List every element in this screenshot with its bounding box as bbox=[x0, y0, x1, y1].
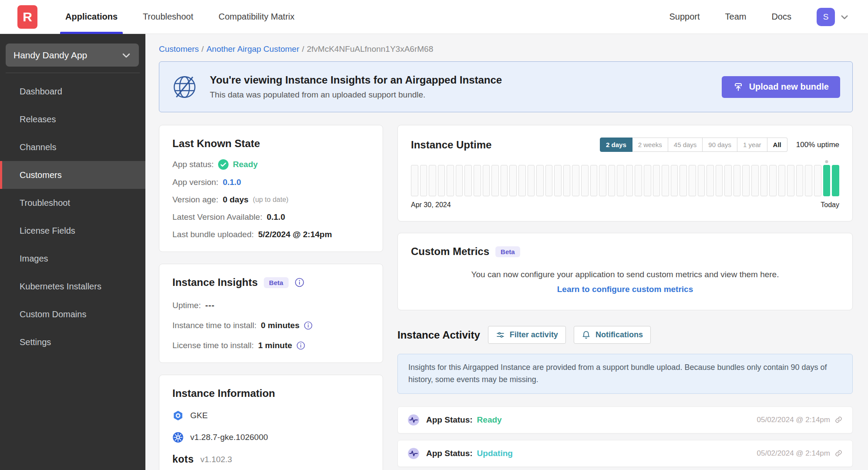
uptime-bar-empty[interactable] bbox=[483, 165, 490, 196]
replicated-logo[interactable]: R bbox=[17, 5, 37, 29]
uptime-bar-empty[interactable] bbox=[528, 165, 535, 196]
permalink-icon[interactable] bbox=[834, 449, 843, 457]
avatar[interactable]: S bbox=[817, 8, 835, 26]
sidebar-item-settings[interactable]: Settings bbox=[0, 328, 145, 356]
uptime-row: Uptime: --- bbox=[172, 301, 370, 310]
uptime-range-45-days[interactable]: 45 days bbox=[668, 138, 703, 152]
nav-link-docs[interactable]: Docs bbox=[771, 12, 791, 22]
uptime-bar-empty[interactable] bbox=[671, 165, 678, 196]
uptime-bar-empty[interactable] bbox=[563, 165, 571, 196]
uptime-bar-empty[interactable] bbox=[545, 165, 553, 196]
uptime-bar-empty[interactable] bbox=[447, 165, 454, 196]
uptime-bar-empty[interactable] bbox=[626, 165, 633, 196]
uptime-range-90-days[interactable]: 90 days bbox=[703, 138, 737, 152]
uptime-bar-empty[interactable] bbox=[814, 165, 821, 196]
nav-link-team[interactable]: Team bbox=[725, 12, 747, 22]
account-menu[interactable]: S bbox=[817, 8, 849, 26]
instance-info-row: v1.28.7-gke.1026000 bbox=[172, 432, 370, 443]
uptime-bar-empty[interactable] bbox=[536, 165, 544, 196]
activity-row: App Status:Ready05/02/2024 @ 2:14pm bbox=[397, 406, 853, 433]
instance-uptime-card: Instance Uptime 2 days2 weeks45 days90 d… bbox=[397, 125, 853, 222]
uptime-bar-empty[interactable] bbox=[760, 165, 768, 196]
uptime-bar-empty[interactable] bbox=[724, 165, 732, 196]
bell-icon bbox=[582, 330, 591, 339]
sidebar-item-releases[interactable]: Releases bbox=[0, 105, 145, 133]
uptime-bar-up[interactable] bbox=[832, 165, 839, 196]
uptime-range-2-days[interactable]: 2 days bbox=[600, 138, 632, 152]
uptime-bar-empty[interactable] bbox=[438, 165, 445, 196]
app-selector-dropdown[interactable]: Handy Dandy App bbox=[6, 44, 139, 67]
uptime-bar-empty[interactable] bbox=[716, 165, 723, 196]
uptime-bar-empty[interactable] bbox=[787, 165, 794, 196]
uptime-bar-empty[interactable] bbox=[698, 165, 705, 196]
uptime-bar-up[interactable] bbox=[823, 165, 831, 196]
app-version-link[interactable]: 0.1.0 bbox=[223, 178, 241, 187]
notifications-button[interactable]: Notifications bbox=[574, 326, 651, 344]
uptime-bar-empty[interactable] bbox=[742, 165, 750, 196]
breadcrumb-link-another-airgap-customer[interactable]: Another Airgap Customer bbox=[206, 44, 299, 54]
uptime-bar-empty[interactable] bbox=[464, 165, 472, 196]
uptime-bar-empty[interactable] bbox=[456, 165, 463, 196]
uptime-bar-empty[interactable] bbox=[590, 165, 598, 196]
uptime-bar-empty[interactable] bbox=[429, 165, 436, 196]
uptime-bar-empty[interactable] bbox=[420, 165, 427, 196]
uptime-bar-empty[interactable] bbox=[608, 165, 616, 196]
uptime-bar-empty[interactable] bbox=[572, 165, 579, 196]
uptime-bar-empty[interactable] bbox=[518, 165, 526, 196]
uptime-bar-empty[interactable] bbox=[653, 165, 660, 196]
info-icon[interactable] bbox=[296, 341, 305, 350]
uptime-bar-empty[interactable] bbox=[805, 165, 812, 196]
upload-new-bundle-button[interactable]: Upload new bundle bbox=[722, 76, 840, 98]
uptime-bar-empty[interactable] bbox=[769, 165, 777, 196]
configure-custom-metrics-link[interactable]: Learn to configure custom metrics bbox=[411, 285, 839, 294]
nav-link-support[interactable]: Support bbox=[669, 12, 700, 22]
uptime-bar-empty[interactable] bbox=[474, 165, 481, 196]
top-navigation: R ApplicationsTroubleshootCompatibility … bbox=[0, 0, 868, 34]
nav-item-troubleshoot[interactable]: Troubleshoot bbox=[133, 0, 203, 34]
filter-activity-button[interactable]: Filter activity bbox=[488, 326, 566, 344]
sidebar-item-license-fields[interactable]: License Fields bbox=[0, 217, 145, 245]
nav-item-applications[interactable]: Applications bbox=[56, 0, 127, 34]
uptime-bar-empty[interactable] bbox=[635, 165, 642, 196]
uptime-end-label: Today bbox=[821, 201, 839, 209]
uptime-range-selector: 2 days2 weeks45 days90 days1 yearAll bbox=[600, 138, 787, 152]
uptime-bar-empty[interactable] bbox=[491, 165, 499, 196]
uptime-range-1-year[interactable]: 1 year bbox=[737, 138, 767, 152]
activity-timestamp: 05/02/2024 @ 2:14pm bbox=[757, 449, 843, 458]
uptime-bar-empty[interactable] bbox=[554, 165, 562, 196]
breadcrumb-link-customers[interactable]: Customers bbox=[159, 44, 199, 54]
uptime-bar-empty[interactable] bbox=[581, 165, 589, 196]
airgap-history-notice: Insights for this Airgapped Instance are… bbox=[397, 354, 853, 394]
uptime-bar-empty[interactable] bbox=[617, 165, 624, 196]
uptime-bar-empty[interactable] bbox=[751, 165, 759, 196]
permalink-icon[interactable] bbox=[834, 416, 843, 424]
uptime-bar-empty[interactable] bbox=[707, 165, 714, 196]
sidebar-item-dashboard[interactable]: Dashboard bbox=[0, 77, 145, 105]
nav-item-compatibility-matrix[interactable]: Compatibility Matrix bbox=[209, 0, 304, 34]
uptime-bar-empty[interactable] bbox=[501, 165, 508, 196]
uptime-bar-empty[interactable] bbox=[689, 165, 696, 196]
info-icon[interactable] bbox=[295, 278, 304, 287]
uptime-range-2-weeks[interactable]: 2 weeks bbox=[632, 138, 668, 152]
sidebar-item-kubernetes-installers[interactable]: Kubernetes Installers bbox=[0, 272, 145, 300]
sidebar-item-images[interactable]: Images bbox=[0, 245, 145, 272]
uptime-range-all[interactable]: All bbox=[767, 138, 787, 152]
uptime-bar-empty[interactable] bbox=[509, 165, 517, 196]
uptime-bar-empty[interactable] bbox=[796, 165, 804, 196]
uptime-bar-empty[interactable] bbox=[411, 165, 418, 196]
sidebar-item-custom-domains[interactable]: Custom Domains bbox=[0, 300, 145, 328]
uptime-bar-empty[interactable] bbox=[599, 165, 606, 196]
uptime-bar-empty[interactable] bbox=[733, 165, 741, 196]
uptime-bar-empty[interactable] bbox=[662, 165, 669, 196]
sidebar-item-channels[interactable]: Channels bbox=[0, 133, 145, 161]
sidebar-item-troubleshoot[interactable]: Troubleshoot bbox=[0, 189, 145, 217]
uptime-bar-empty[interactable] bbox=[680, 165, 687, 196]
kots-logo: kots bbox=[172, 453, 194, 465]
sidebar-item-customers[interactable]: Customers bbox=[0, 161, 145, 189]
instance-info-row: kotsv1.102.3 bbox=[172, 453, 370, 465]
uptime-bar-empty[interactable] bbox=[778, 165, 786, 196]
uptime-bar-empty[interactable] bbox=[644, 165, 651, 196]
banner-subtitle: This data was populated from an uploaded… bbox=[210, 90, 502, 100]
instance-info-text: v1.28.7-gke.1026000 bbox=[190, 433, 268, 442]
info-icon[interactable] bbox=[304, 321, 313, 330]
